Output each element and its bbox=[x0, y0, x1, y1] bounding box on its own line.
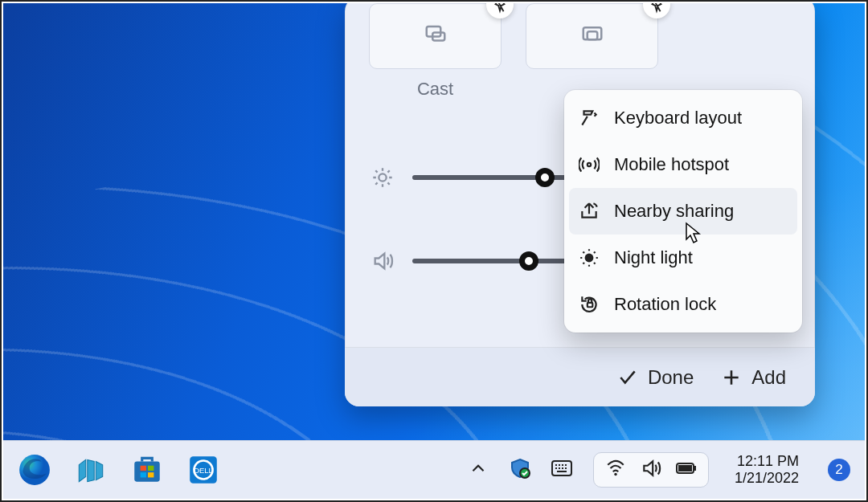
plus-icon bbox=[721, 367, 742, 388]
add-button[interactable]: Add bbox=[721, 366, 786, 389]
svg-text:DELL: DELL bbox=[194, 466, 213, 475]
menu-item-keyboard-layout[interactable]: Keyboard layout bbox=[569, 95, 797, 141]
svg-rect-21 bbox=[694, 466, 696, 471]
touch-keyboard-icon[interactable] bbox=[551, 458, 572, 482]
share-icon bbox=[579, 201, 600, 222]
unpin-icon[interactable] bbox=[486, 3, 514, 18]
menu-item-night-light[interactable]: Night light bbox=[569, 235, 797, 281]
edge-icon[interactable] bbox=[18, 453, 51, 487]
unpin-icon[interactable] bbox=[643, 3, 670, 18]
done-button[interactable]: Done bbox=[617, 366, 694, 389]
rotation-lock-icon bbox=[579, 294, 600, 315]
volume-icon bbox=[369, 247, 396, 275]
svg-rect-2 bbox=[583, 27, 601, 39]
menu-item-label: Nearby sharing bbox=[614, 201, 734, 222]
cast-icon bbox=[424, 22, 448, 50]
clock-time: 12:11 PM bbox=[737, 453, 799, 470]
server-manager-icon[interactable] bbox=[74, 453, 108, 487]
svg-point-4 bbox=[379, 173, 386, 181]
svg-rect-3 bbox=[587, 31, 597, 39]
menu-item-label: Mobile hotspot bbox=[614, 154, 729, 175]
done-button-label: Done bbox=[648, 366, 694, 389]
tile-project[interactable] bbox=[526, 3, 658, 69]
clock-date: 1/21/2022 bbox=[735, 470, 799, 487]
night-light-icon bbox=[579, 247, 600, 268]
svg-point-6 bbox=[585, 254, 594, 263]
check-icon bbox=[617, 367, 638, 388]
volume-icon bbox=[641, 458, 661, 482]
menu-item-nearby-sharing[interactable]: Nearby sharing bbox=[569, 188, 797, 235]
menu-item-label: Keyboard layout bbox=[614, 108, 742, 129]
svg-rect-12 bbox=[141, 472, 146, 477]
windows-security-icon[interactable] bbox=[510, 458, 530, 482]
wifi-icon bbox=[605, 458, 626, 482]
taskbar: DELL 12:11 PM 1/21/2022 bbox=[3, 440, 865, 499]
svg-rect-10 bbox=[141, 466, 146, 471]
svg-point-19 bbox=[614, 473, 616, 475]
quick-settings-footer: Done Add bbox=[345, 347, 815, 406]
keyboard-layout-icon bbox=[579, 108, 600, 129]
menu-item-label: Night light bbox=[614, 247, 693, 268]
hotspot-icon bbox=[579, 154, 600, 175]
project-icon bbox=[580, 22, 604, 50]
svg-rect-11 bbox=[148, 466, 154, 471]
quick-settings-tray[interactable] bbox=[593, 452, 709, 488]
desktop-wallpaper: Cast bbox=[3, 3, 865, 499]
menu-item-label: Rotation lock bbox=[614, 294, 716, 315]
svg-point-5 bbox=[588, 163, 591, 166]
svg-rect-7 bbox=[588, 303, 593, 307]
microsoft-store-icon[interactable] bbox=[130, 453, 164, 487]
add-quick-setting-menu: Keyboard layout Mobile hotspot Nearby sh… bbox=[564, 90, 802, 333]
menu-item-rotation-lock[interactable]: Rotation lock bbox=[569, 281, 797, 328]
tile-cast[interactable] bbox=[369, 3, 502, 69]
dell-icon[interactable]: DELL bbox=[186, 453, 220, 487]
add-button-label: Add bbox=[751, 366, 786, 389]
svg-rect-13 bbox=[148, 472, 154, 477]
notifications-badge[interactable]: 2 bbox=[828, 459, 850, 481]
taskbar-clock[interactable]: 12:11 PM 1/21/2022 bbox=[735, 453, 799, 486]
chevron-up-icon[interactable] bbox=[468, 458, 489, 482]
brightness-icon bbox=[369, 164, 396, 191]
tile-cast-label: Cast bbox=[369, 79, 502, 100]
svg-rect-22 bbox=[678, 465, 692, 471]
battery-icon bbox=[676, 458, 697, 482]
svg-rect-9 bbox=[134, 462, 160, 482]
menu-item-mobile-hotspot[interactable]: Mobile hotspot bbox=[569, 141, 797, 188]
